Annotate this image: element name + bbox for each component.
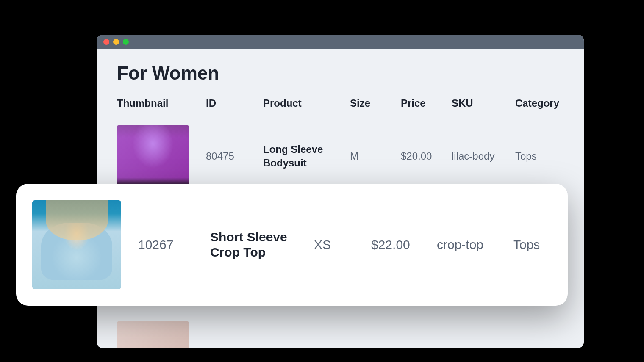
- cell-size: M: [350, 150, 401, 162]
- cell-product: Short Sleeve Crop Top: [210, 229, 314, 260]
- cell-id: 80475: [206, 150, 263, 162]
- page-title: For Women: [117, 63, 564, 84]
- product-thumbnail: [32, 200, 121, 289]
- col-sku[interactable]: SKU: [452, 97, 515, 109]
- highlighted-row-card[interactable]: 10267 Short Sleeve Crop Top XS $22.00 cr…: [16, 184, 568, 306]
- col-category[interactable]: Category: [515, 97, 566, 109]
- table-row[interactable]: 80475 Long Sleeve Bodysuit M $20.00 lila…: [117, 119, 564, 193]
- cell-product: Long Sleeve Bodysuit: [263, 143, 350, 169]
- product-thumbnail: [117, 125, 189, 187]
- highlighted-row-content: 10267 Short Sleeve Crop Top XS $22.00 cr…: [138, 229, 564, 260]
- col-id[interactable]: ID: [206, 97, 263, 109]
- cell-id: 10267: [138, 238, 210, 252]
- cell-category: Tops: [515, 346, 566, 348]
- cell-sku: tank-top: [452, 346, 515, 348]
- cell-price: $20.00: [401, 150, 452, 162]
- table-header-row: Thumbnail ID Product Size Price SKU Cate…: [117, 97, 564, 119]
- col-product[interactable]: Product: [263, 97, 350, 109]
- window-minimize-button[interactable]: [113, 39, 119, 45]
- product-thumbnail: [117, 321, 189, 348]
- window-maximize-button[interactable]: [123, 39, 129, 45]
- cell-size: XS: [314, 238, 371, 252]
- col-size[interactable]: Size: [350, 97, 401, 109]
- col-thumbnail[interactable]: Thumbnail: [117, 97, 206, 109]
- cell-size: S: [350, 346, 401, 348]
- col-price[interactable]: Price: [401, 97, 452, 109]
- window-close-button[interactable]: [103, 39, 109, 45]
- cell-product: Ribbed Tank Top: [263, 345, 350, 348]
- cell-id: 3697: [206, 346, 263, 348]
- table-row[interactable]: 3697 Ribbed Tank Top S $8.99 tank-top To…: [117, 315, 564, 348]
- cell-sku: crop-top: [437, 238, 513, 252]
- cell-price: $8.99: [401, 346, 452, 348]
- cell-sku: lilac-body: [452, 150, 515, 162]
- window-titlebar: [97, 35, 584, 49]
- cell-category: Tops: [515, 150, 566, 162]
- cell-price: $22.00: [371, 238, 437, 252]
- cell-category: Tops: [513, 238, 564, 252]
